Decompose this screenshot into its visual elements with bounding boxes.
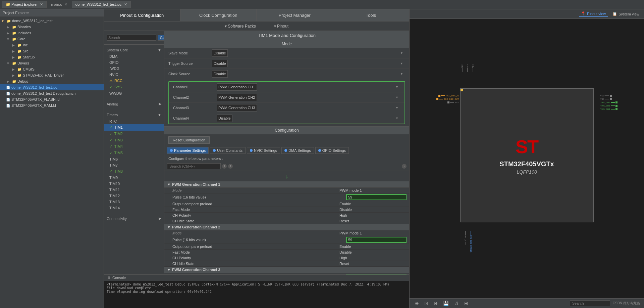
fit-screen-button[interactable]: ⊡ [423, 300, 430, 307]
cat-item-tim12[interactable]: TIM12 [104, 193, 164, 199]
tree-item-flash-ld[interactable]: 📄 STM32F405VGTX_FLASH.ld [0, 96, 104, 102]
print-button[interactable]: 🖨 [453, 300, 460, 307]
cubemx-panel: Pinout & Configuration Clock Configurati… [104, 9, 409, 308]
tree-item-drivers[interactable]: ▼ 📁 Drivers [0, 60, 104, 66]
search-toolbar-input[interactable] [570, 300, 610, 306]
cat-item-tim1[interactable]: ✓ TIM1 [104, 124, 164, 131]
cat-item-tim5[interactable]: ✓ TIM5 [104, 150, 164, 156]
project-explorer-tab[interactable]: 📁 Project Explorer ✕ [2, 1, 47, 8]
tree-item-launch[interactable]: 📄 dome_WS2812_led_test Debug.launch [0, 90, 104, 96]
cat-item-gpio[interactable]: GPIO [104, 59, 164, 65]
tab-pinout-config[interactable]: Pinout & Configuration [104, 9, 180, 21]
param-ch2-pulse-input[interactable] [346, 237, 407, 243]
cat-item-iwdg[interactable]: IWDG [104, 65, 164, 72]
sub-tab-pinout[interactable]: ▾ Pinout [270, 23, 292, 30]
tree-item-ioc-file[interactable]: 📄 dome_WS2812_led_test.ioc [0, 84, 104, 90]
param-group-ch1-header[interactable]: ▼ PWM Generation Channel 1 [164, 181, 409, 188]
slave-mode-select[interactable]: Disable [212, 49, 228, 57]
tree-item-binaries[interactable]: ▶ 📁 Binaries [0, 24, 104, 30]
configure-text: Configure the below parameters : [164, 155, 409, 162]
pin-left-pc0: PC0 [436, 101, 459, 103]
tab-tools[interactable]: Tools [333, 9, 410, 21]
pins-left: RCC_OSC_IN RCC_OSC_OUT PC0 [436, 95, 459, 103]
close-ioc-icon[interactable]: ✕ [124, 2, 127, 6]
right-toolbar: CSDN @好奇龙猫 [570, 300, 640, 306]
channel1-select[interactable]: PWM Generation CH1 [217, 83, 257, 91]
cat-item-tim14[interactable]: TIM14 [104, 205, 164, 211]
tree-item-core[interactable]: ▼ 📁 Core [0, 36, 104, 42]
tree-item-project[interactable]: ▼ 📁 dome_WS2812_led_test [0, 18, 104, 24]
param-info2-icon[interactable]: ? [228, 164, 233, 169]
grid-button[interactable]: ⊞ [463, 300, 470, 307]
close-project-icon[interactable]: ✕ [40, 2, 43, 6]
ioc-tab[interactable]: dome_WS2812_led_test.ioc ✕ [72, 1, 131, 8]
tab-parameter-settings[interactable]: Parameter Settings [167, 147, 209, 154]
param-ch1-pulse-label: Pulse (16 bits value) [167, 195, 346, 199]
tree-item-startup[interactable]: ▶ 📁 Startup [0, 54, 104, 60]
cat-item-tim11[interactable]: TIM11 [104, 187, 164, 193]
close-main-c-icon[interactable]: ✕ [64, 2, 67, 6]
cat-item-rtc[interactable]: RTC [104, 118, 164, 124]
tree-item-debug[interactable]: ▶ 📁 Debug [0, 78, 104, 84]
cat-item-sys[interactable]: ✓ SYS [104, 84, 164, 90]
cat-item-rcc[interactable]: ⚠ RCC [104, 78, 164, 84]
tree-item-cmsis[interactable]: ▶ 📁 CMSIS [0, 66, 104, 72]
param-help-icon[interactable]: i [402, 164, 407, 169]
channel4-select[interactable]: Disable [217, 115, 232, 122]
clock-source-select[interactable]: Disable [212, 70, 228, 78]
cat-item-dma[interactable]: DMA [104, 53, 164, 59]
pins-right: VDD VSS TIM1_CH1 [600, 95, 617, 110]
param-search-input[interactable] [167, 163, 221, 169]
main-c-tab[interactable]: main.c ✕ [47, 1, 71, 8]
cat-item-tim13[interactable]: TIM13 [104, 199, 164, 205]
connectivity-header[interactable]: Connectivity ▶ [104, 215, 164, 222]
tab-clock-config[interactable]: Clock Configuration [180, 9, 257, 21]
timers-header[interactable]: Timers ▼ [104, 112, 164, 118]
tree-item-src[interactable]: ▶ 📁 Src [0, 48, 104, 54]
system-core-header[interactable]: System Core ▼ [104, 47, 164, 53]
includes-folder-icon: 📁 [11, 30, 17, 36]
tree-item-inc[interactable]: ▶ 📁 Inc [0, 42, 104, 48]
tab-project-manager[interactable]: Project Manager [257, 9, 333, 21]
left-panel: Project Explorer ▼ 📁 dome_WS2812_led_tes… [0, 9, 104, 308]
cat-item-tim10[interactable]: TIM10 [104, 181, 164, 187]
tab-gpio-settings[interactable]: GPIO Settings [315, 147, 349, 154]
cat-item-tim2[interactable]: ✓ TIM2 [104, 131, 164, 137]
save-image-button[interactable]: 💾 [442, 300, 450, 307]
tab-nvic-settings[interactable]: NVIC Settings [247, 147, 280, 154]
tab-user-constants[interactable]: User Constants [210, 147, 246, 154]
param-ch1-mode-value: PWM mode 1 [339, 188, 407, 192]
project-icon: 📁 [6, 2, 10, 6]
sub-tab-software-packs[interactable]: ▾ Software Packs [221, 23, 260, 30]
categories-btn[interactable]: Categories [158, 35, 164, 41]
reset-configuration-button[interactable]: Reset Configuration [168, 136, 210, 144]
tab-dma-settings[interactable]: DMA Settings [281, 147, 314, 154]
param-group-ch2-header[interactable]: ▼ PWM Generation Channel 2 [164, 224, 409, 230]
app-container: 📁 Project Explorer ✕ main.c ✕ dome_WS281… [0, 0, 644, 308]
cat-item-tim7[interactable]: TIM7 [104, 162, 164, 168]
trigger-source-select[interactable]: Disable [212, 60, 228, 67]
zoom-out-button[interactable]: ⊖ [432, 300, 439, 307]
cat-item-tim8[interactable]: ✓ TIM8 [104, 168, 164, 175]
zoom-in-button[interactable]: ⊕ [414, 300, 420, 307]
categories-search-input[interactable] [107, 35, 156, 41]
tree-item-hal-driver[interactable]: ▶ 📁 STM32F4xx_HAL_Driver [0, 72, 104, 78]
tab-pinout-view[interactable]: 📍 Pinout view [579, 11, 608, 17]
channel3-select-wrapper: PWM Generation CH3 [217, 104, 400, 112]
cat-item-nvic[interactable]: NVIC [104, 72, 164, 78]
tree-area[interactable]: ▼ 📁 dome_WS2812_led_test ▶ 📁 Binaries ▶ … [0, 16, 104, 308]
param-ch1-pulse-input[interactable] [346, 194, 407, 200]
tree-item-includes[interactable]: ▶ 📁 Includes [0, 30, 104, 36]
tab-system-view[interactable]: 📋 System view [610, 11, 641, 17]
channel2-select[interactable]: PWM Generation CH2 [217, 94, 257, 101]
cat-item-wwdg[interactable]: WWDG [104, 90, 164, 96]
cat-item-tim4[interactable]: ✓ TIM4 [104, 143, 164, 150]
tree-item-ram-ld[interactable]: 📄 STM32F405VGTX_RAM.ld [0, 102, 104, 108]
param-info-icon[interactable]: ? [222, 164, 227, 169]
cat-item-tim6[interactable]: TIM6 [104, 156, 164, 162]
param-group-ch3-header[interactable]: ▼ PWM Generation Channel 3 [164, 267, 409, 273]
cat-item-tim3[interactable]: ✓ TIM3 [104, 137, 164, 143]
channel3-select[interactable]: PWM Generation CH3 [217, 104, 257, 112]
cat-item-tim9[interactable]: TIM9 [104, 175, 164, 181]
analog-header[interactable]: Analog ▶ [104, 100, 164, 107]
